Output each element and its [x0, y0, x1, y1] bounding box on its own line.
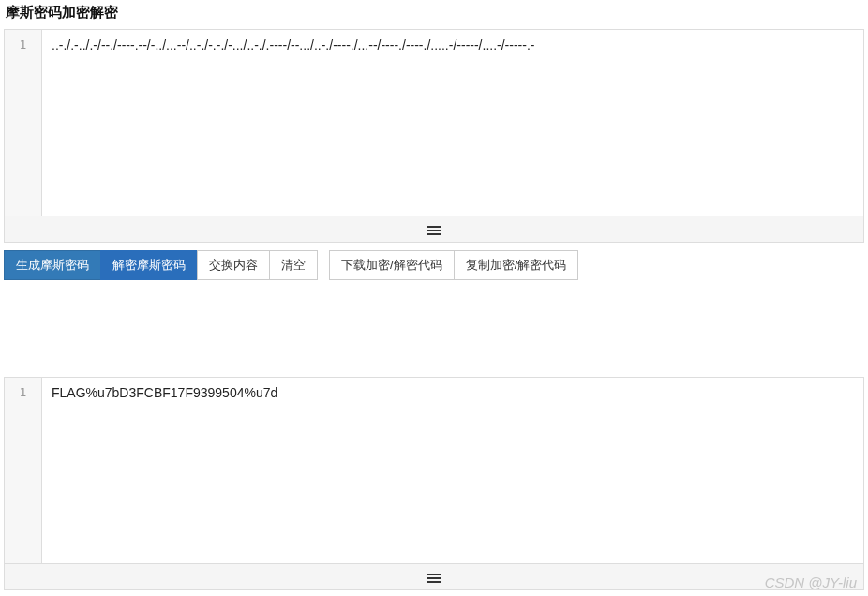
input-gutter: 1 — [5, 30, 42, 216]
spacer — [0, 288, 868, 377]
download-code-button[interactable]: 下载加密/解密代码 — [329, 250, 455, 280]
hamburger-icon[interactable] — [427, 224, 441, 235]
output-editor[interactable]: 1 FLAG%u7bD3FCBF17F9399504%u7d — [4, 377, 864, 564]
generate-morse-button[interactable]: 生成摩斯密码 — [4, 250, 101, 280]
page-title: 摩斯密码加密解密 — [0, 0, 868, 29]
button-group-main: 生成摩斯密码 解密摩斯密码 交换内容 清空 — [4, 250, 318, 280]
input-footer-bar — [4, 216, 864, 243]
input-editor[interactable]: 1 ..-./.-../.-/--./----.--/-../...--/..-… — [4, 29, 864, 216]
hamburger-icon[interactable] — [427, 572, 441, 583]
toolbar: 生成摩斯密码 解密摩斯密码 交换内容 清空 下载加密/解密代码 复制加密/解密代… — [0, 243, 868, 288]
output-footer-bar — [4, 564, 864, 590]
copy-code-button[interactable]: 复制加密/解密代码 — [454, 250, 579, 280]
swap-content-button[interactable]: 交换内容 — [197, 250, 270, 280]
output-content[interactable]: FLAG%u7bD3FCBF17F9399504%u7d — [42, 378, 863, 563]
input-content[interactable]: ..-./.-../.-/--./----.--/-../...--/..-./… — [42, 30, 863, 216]
button-group-secondary: 下载加密/解密代码 复制加密/解密代码 — [329, 250, 578, 280]
clear-button[interactable]: 清空 — [269, 250, 318, 280]
output-gutter: 1 — [5, 378, 42, 563]
decrypt-morse-button[interactable]: 解密摩斯密码 — [100, 250, 198, 280]
